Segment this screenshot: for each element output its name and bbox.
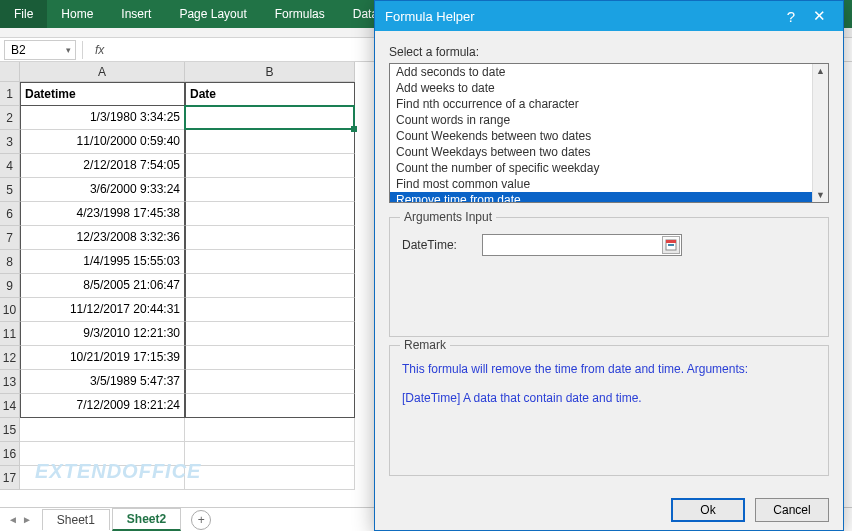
sheet-tab-sheet1[interactable]: Sheet1 [42, 509, 110, 530]
separator [82, 41, 83, 59]
cell[interactable] [185, 466, 355, 490]
column-header-b[interactable]: B [185, 62, 355, 82]
datetime-label: DateTime: [402, 238, 482, 252]
row-header[interactable]: 1 [0, 82, 20, 106]
dialog-footer: Ok Cancel [375, 490, 843, 530]
ribbon-tab-page-layout[interactable]: Page Layout [165, 0, 260, 28]
dialog-body: Select a formula: Add seconds to date Ad… [375, 31, 843, 490]
list-item[interactable]: Find nth occurrence of a character [390, 96, 812, 112]
datetime-input[interactable] [482, 234, 682, 256]
ribbon-tab-home[interactable]: Home [47, 0, 107, 28]
sheet-tab-sheet2[interactable]: Sheet2 [112, 508, 181, 531]
help-button[interactable]: ? [777, 8, 805, 25]
cell[interactable] [185, 106, 355, 130]
cell[interactable] [185, 298, 355, 322]
cell[interactable]: 4/23/1998 17:45:38 [20, 202, 185, 226]
row-header[interactable]: 4 [0, 154, 20, 178]
cell[interactable] [185, 202, 355, 226]
cell[interactable] [185, 346, 355, 370]
list-item[interactable]: Count Weekdays between two dates [390, 144, 812, 160]
cell[interactable]: 2/12/2018 7:54:05 [20, 154, 185, 178]
cell[interactable] [185, 274, 355, 298]
tab-nav-first-icon[interactable]: ◄ [8, 514, 18, 525]
formula-listbox[interactable]: Add seconds to date Add weeks to date Fi… [389, 63, 829, 203]
cell-b1[interactable]: Date [185, 82, 355, 106]
cell[interactable]: 8/5/2005 21:06:47 [20, 274, 185, 298]
list-item[interactable]: Add seconds to date [390, 64, 812, 80]
list-item-selected[interactable]: Remove time from date [390, 192, 812, 202]
add-sheet-button[interactable]: + [191, 510, 211, 530]
row-header[interactable]: 12 [0, 346, 20, 370]
row-header[interactable]: 11 [0, 322, 20, 346]
list-item[interactable]: Count the number of specific weekday [390, 160, 812, 176]
cell[interactable] [185, 370, 355, 394]
cell[interactable] [185, 226, 355, 250]
cell[interactable] [185, 250, 355, 274]
row-header[interactable]: 7 [0, 226, 20, 250]
cell[interactable] [185, 418, 355, 442]
cell[interactable] [185, 394, 355, 418]
row-header[interactable]: 10 [0, 298, 20, 322]
list-item[interactable]: Count words in range [390, 112, 812, 128]
fx-icon[interactable]: fx [95, 43, 104, 57]
range-select-icon[interactable] [662, 236, 680, 254]
cell[interactable] [185, 442, 355, 466]
row-header[interactable]: 14 [0, 394, 20, 418]
cancel-button[interactable]: Cancel [755, 498, 829, 522]
cell[interactable]: 7/12/2009 18:21:24 [20, 394, 185, 418]
remark-text-2: [DateTime] A data that contain date and … [402, 387, 816, 410]
column-header-a[interactable]: A [20, 62, 185, 82]
formula-helper-dialog: Formula Helper ? ✕ Select a formula: Add… [374, 0, 844, 531]
cell[interactable]: 1/3/1980 3:34:25 [20, 106, 185, 130]
row-header[interactable]: 5 [0, 178, 20, 202]
ok-button[interactable]: Ok [671, 498, 745, 522]
dialog-title: Formula Helper [385, 9, 475, 24]
ribbon-tab-file[interactable]: File [0, 0, 47, 28]
list-item[interactable]: Add weeks to date [390, 80, 812, 96]
cell[interactable]: 11/10/2000 0:59:40 [20, 130, 185, 154]
tab-nav-last-icon[interactable]: ► [22, 514, 32, 525]
cell[interactable]: 3/5/1989 5:47:37 [20, 370, 185, 394]
dialog-titlebar[interactable]: Formula Helper ? ✕ [375, 1, 843, 31]
cell[interactable] [185, 322, 355, 346]
row-header[interactable]: 6 [0, 202, 20, 226]
remark-text-1: This formula will remove the time from d… [402, 358, 816, 381]
svg-rect-1 [666, 240, 676, 243]
svg-rect-2 [668, 244, 674, 246]
cell[interactable] [185, 154, 355, 178]
scroll-down-icon[interactable]: ▼ [814, 188, 827, 202]
arguments-legend: Arguments Input [400, 210, 496, 224]
watermark: EXTENDOFFICE [35, 460, 201, 483]
cell[interactable] [20, 418, 185, 442]
cell[interactable]: 9/3/2010 12:21:30 [20, 322, 185, 346]
row-headers: 1 2 3 4 5 6 7 8 9 10 11 12 13 14 15 16 1… [0, 82, 20, 490]
row-header[interactable]: 9 [0, 274, 20, 298]
ribbon-tab-insert[interactable]: Insert [107, 0, 165, 28]
cell[interactable]: 12/23/2008 3:32:36 [20, 226, 185, 250]
cell[interactable] [185, 130, 355, 154]
cell[interactable] [185, 178, 355, 202]
remark-fieldset: Remark This formula will remove the time… [389, 345, 829, 476]
fill-handle[interactable] [351, 126, 357, 132]
row-header[interactable]: 2 [0, 106, 20, 130]
row-header[interactable]: 17 [0, 466, 20, 490]
name-box[interactable]: B2 [4, 40, 76, 60]
cell[interactable]: 10/21/2019 17:15:39 [20, 346, 185, 370]
row-header[interactable]: 8 [0, 250, 20, 274]
cell[interactable]: 3/6/2000 9:33:24 [20, 178, 185, 202]
close-button[interactable]: ✕ [805, 7, 833, 25]
list-item[interactable]: Find most common value [390, 176, 812, 192]
cell[interactable]: 11/12/2017 20:44:31 [20, 298, 185, 322]
listbox-scrollbar[interactable]: ▲ ▼ [812, 64, 828, 202]
cell-a1[interactable]: Datetime [20, 82, 185, 106]
select-all-corner[interactable] [0, 62, 20, 82]
ribbon-tab-formulas[interactable]: Formulas [261, 0, 339, 28]
cell[interactable]: 1/4/1995 15:55:03 [20, 250, 185, 274]
list-item[interactable]: Count Weekends between two dates [390, 128, 812, 144]
row-header[interactable]: 3 [0, 130, 20, 154]
scroll-up-icon[interactable]: ▲ [814, 64, 827, 78]
row-header[interactable]: 13 [0, 370, 20, 394]
grid[interactable]: Datetime Date 1/3/1980 3:34:25 11/10/200… [20, 82, 355, 490]
row-header[interactable]: 15 [0, 418, 20, 442]
row-header[interactable]: 16 [0, 442, 20, 466]
